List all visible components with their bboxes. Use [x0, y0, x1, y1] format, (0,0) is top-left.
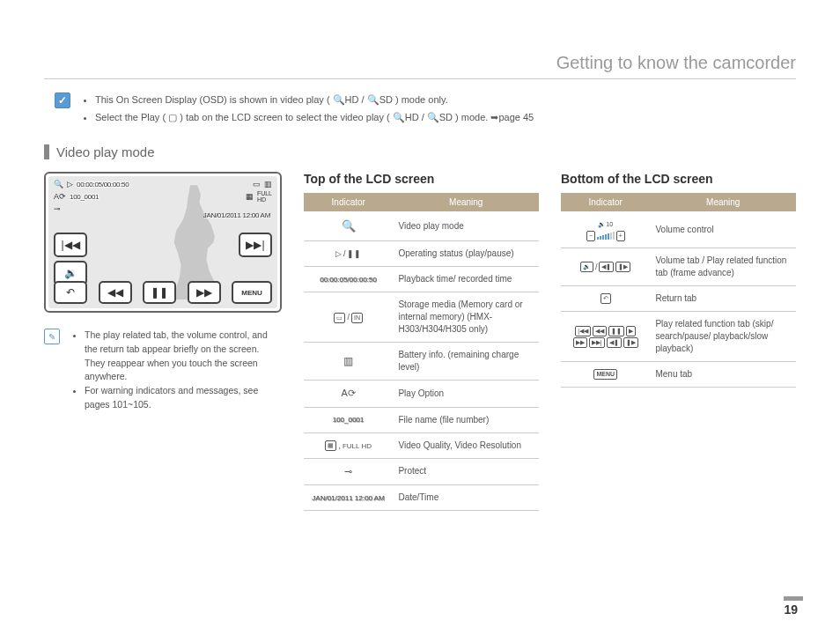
battery-icon: ▥ — [343, 355, 353, 367]
filename-indicator: 100_0001 — [333, 416, 365, 424]
page-number: 19 — [784, 602, 798, 617]
table-row: ▷ / ❚❚ Operating status (play/pause) — [304, 241, 539, 267]
meaning-cell: Menu tab — [650, 361, 796, 387]
meaning-cell: Volume tab / Play related function tab (… — [650, 248, 796, 285]
table-header: Indicator — [304, 193, 393, 212]
video-play-mode-icon: 🔍 — [342, 219, 356, 233]
skip-next-button[interactable]: ▶▶| — [239, 233, 272, 257]
table-header: Meaning — [393, 193, 539, 212]
left-note-item: The play related tab, the volume control… — [85, 329, 282, 384]
meaning-cell: Date/Time — [393, 485, 539, 511]
resolution-icon: FULLHD — [257, 190, 272, 203]
table-header: Meaning — [650, 193, 796, 212]
search-fwd-button[interactable]: ▶▶ — [188, 281, 221, 304]
playback-time-indicator: 00:00:05/00:00:50 — [320, 276, 377, 284]
page-tab-marker — [784, 596, 803, 601]
date-time: JAN/01/2011 12:00 AM — [203, 211, 270, 219]
table-row: ↶ Return tab — [561, 285, 796, 311]
storage-icon: ▭ — [253, 180, 261, 188]
top-notes: ✓ This On Screen Display (OSD) is shown … — [44, 92, 796, 127]
play-option-icon: A⟳ — [342, 388, 356, 398]
skip-prev-button[interactable]: |◀◀ — [54, 233, 87, 257]
return-button[interactable]: ↶ — [54, 281, 87, 304]
table-row: |◀◀◀◀❚❚▶ ▶▶▶▶|◀❚❚▶ Play related function… — [561, 311, 796, 361]
table-row: ▥ Battery info. (remaining charge level) — [304, 343, 539, 381]
left-note: ✎ The play related tab, the volume contr… — [44, 329, 282, 412]
table-row: A⟳ Play Option — [304, 381, 539, 407]
datetime-indicator: JAN/01/2011 12:00 AM — [313, 494, 385, 502]
table-row: JAN/01/2011 12:00 AM Date/Time — [304, 485, 539, 511]
lcd-frame: 🔍 ▷ 00:00:05/00:00:50 ▭ ▥ A⟳ 100_0001 ▦ — [44, 172, 282, 313]
play-option-icon: A⟳ — [54, 192, 66, 201]
meaning-cell: Video Quality, Video Resolution — [393, 432, 539, 458]
file-name: 100_0001 — [70, 193, 99, 201]
play-function-tabs: |◀◀◀◀❚❚▶ — [575, 326, 636, 336]
meaning-cell: Storage media (Memory card or internal m… — [393, 292, 539, 343]
table-row: ▦ , FULL HD Video Quality, Video Resolut… — [304, 432, 539, 458]
top-indicator-table: Indicator Meaning 🔍 Video play mode ▷ / … — [304, 193, 539, 511]
battery-icon: ▥ — [264, 180, 272, 188]
top-table-heading: Top of the LCD screen — [304, 172, 539, 186]
table-row: MENU Menu tab — [561, 361, 796, 387]
meaning-cell: File name (file number) — [393, 407, 539, 432]
check-icon: ✓ — [55, 92, 70, 108]
meaning-cell: Volume control — [650, 212, 796, 248]
video-play-mode-icon: 🔍 — [54, 180, 63, 188]
pause-button[interactable]: ❚❚ — [143, 281, 176, 304]
table-row: ▭ / IN Storage media (Memory card or int… — [304, 292, 539, 343]
top-note-item: Select the Play ( ▢ ) tab on the LCD scr… — [95, 110, 534, 126]
menu-tab-icon: MENU — [593, 369, 617, 380]
lcd-screen: 🔍 ▷ 00:00:05/00:00:50 ▭ ▥ A⟳ 100_0001 ▦ — [48, 176, 277, 308]
left-note-item: For warning indicators and messages, see… — [85, 384, 282, 412]
protect-icon: ⊸ — [54, 204, 61, 213]
playback-time: 00:00:05/00:00:50 — [77, 181, 129, 188]
top-note-list: This On Screen Display (OSD) is shown in… — [79, 92, 534, 127]
table-header: Indicator — [561, 193, 650, 212]
meaning-cell: Operating status (play/pause) — [393, 241, 539, 267]
pencil-icon: ✎ — [44, 329, 60, 344]
section-heading: Video play mode — [44, 144, 796, 159]
chapter-title: Getting to know the camcorder — [44, 53, 796, 79]
meaning-cell: Video play mode — [393, 212, 539, 241]
meaning-cell: Play related function tab (skip/ search/… — [650, 311, 796, 361]
return-tab-icon: ↶ — [601, 293, 611, 304]
table-row: ⊸ Protect — [304, 458, 539, 484]
table-row: 100_0001 File name (file number) — [304, 407, 539, 432]
quality-icon: ▦ — [246, 192, 254, 201]
table-row: 🔉 / ◀❚ ❚▶ Volume tab / Play related func… — [561, 248, 796, 285]
meaning-cell: Protect — [393, 458, 539, 484]
meaning-cell: Playback time/ recorded time — [393, 267, 539, 292]
bottom-indicator-table: Indicator Meaning 🔉10 − + — [561, 193, 796, 388]
storage-media-icons: ▭ / IN — [334, 312, 363, 323]
meaning-cell: Play Option — [393, 381, 539, 407]
table-row: 🔉10 − + Volume control — [561, 212, 796, 248]
table-row: 00:00:05/00:00:50 Playback time/ recorde… — [304, 267, 539, 292]
meaning-cell: Battery info. (remaining charge level) — [393, 343, 539, 381]
search-rev-button[interactable]: ◀◀ — [99, 281, 132, 304]
play-icon: ▷ — [67, 180, 73, 188]
volume-tab-icons: 🔉 / ◀❚ ❚▶ — [580, 262, 631, 273]
protect-icon: ⊸ — [344, 466, 352, 477]
volume-control-icons: 🔉10 — [598, 220, 613, 229]
quality-resolution-icons: ▦ , FULL HD — [325, 440, 372, 452]
top-note-item: This On Screen Display (OSD) is shown in… — [95, 92, 534, 108]
menu-button[interactable]: MENU — [232, 281, 272, 304]
meaning-cell: Return tab — [650, 285, 796, 311]
table-row: 🔍 Video play mode — [304, 212, 539, 241]
play-pause-icons: ▷ / ❚❚ — [335, 248, 362, 260]
bottom-table-heading: Bottom of the LCD screen — [561, 172, 796, 186]
